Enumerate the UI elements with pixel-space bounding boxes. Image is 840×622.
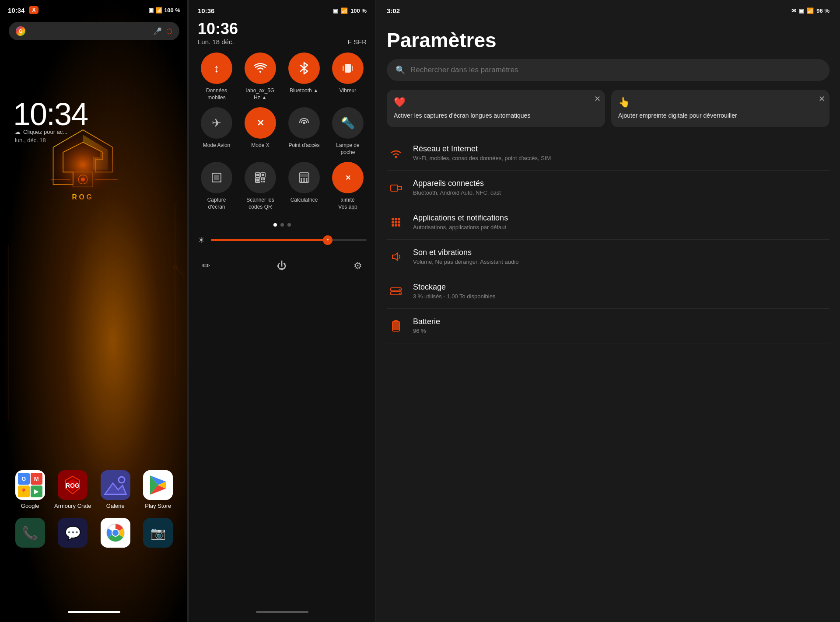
settings-network[interactable]: Réseau et Internet Wi-Fi, mobiles, conso… [387, 136, 830, 171]
svg-point-55 [392, 218, 394, 220]
suggestion-fingerprint-close[interactable]: ✕ [819, 94, 825, 104]
home-date: lun., déc. 18 [15, 137, 88, 143]
qs-page-dots [189, 220, 375, 235]
chrome-icon[interactable] [101, 518, 130, 548]
qs-hotspot-btn[interactable] [288, 107, 320, 139]
qs-tile-screenshot[interactable]: Captured'écran [198, 162, 235, 210]
storage-text: Stockage 3 % utilisés - 1,00 To disponib… [413, 283, 830, 300]
settings-signal-icon: 📶 [807, 7, 814, 14]
settings-status-bar: 3:02 ✉ ▣ 📶 96 % [376, 0, 840, 18]
svg-point-31 [303, 122, 305, 124]
brightness-thumb[interactable] [323, 235, 332, 245]
edit-icon[interactable]: ✏ [202, 260, 210, 272]
home-clock-status: 10:34 [8, 7, 24, 14]
qs-bt-btn[interactable] [288, 52, 320, 84]
apps-title: Applications et notifications [413, 213, 830, 223]
qs-modex-label: Mode X [251, 142, 269, 149]
galerie-icon[interactable] [101, 470, 130, 500]
qs-qr-btn[interactable] [245, 162, 276, 193]
svg-rect-41 [263, 178, 265, 180]
home-search-bar[interactable]: G 🎤 ⬡ [9, 22, 179, 40]
settings-search-input[interactable] [410, 66, 821, 74]
app-cam[interactable]: 📷 [138, 518, 178, 548]
svg-point-48 [306, 178, 308, 180]
qs-torch-label: Lampe depoche [336, 142, 359, 156]
app-chrome[interactable] [96, 518, 135, 548]
network-text: Réseau et Internet Wi-Fi, mobiles, conso… [413, 144, 830, 161]
battery-status: 100 % [164, 7, 180, 14]
phone-icon[interactable]: 📞 [15, 518, 45, 548]
qs-tile-hotspot[interactable]: Point d'accès [285, 107, 323, 156]
google-icon[interactable]: GM 📍▶ [15, 470, 45, 500]
qs-tile-calc[interactable]: Calculatrice [285, 162, 323, 210]
quick-settings-panel: 10:36 ▣ 📶 100 % 10:36 Lun. 18 déc. F SFR… [188, 0, 376, 622]
qs-tile-modex[interactable]: ✕ Mode X [242, 107, 279, 156]
sun-icon: ☀ [198, 235, 205, 245]
app-armoury[interactable]: ROG Armoury Crate [53, 470, 92, 509]
settings-apps[interactable]: Applications et notifications Autorisati… [387, 205, 830, 240]
battery-subtitle: 96 % [413, 328, 830, 334]
settings-icon[interactable]: ⚙ [354, 260, 362, 272]
settings-suggestions: ✕ ❤️ Activer les captures d'écran longue… [376, 90, 840, 136]
devices-text: Appareils connectés Bluetooth, Android A… [413, 179, 830, 196]
app-playstore[interactable]: Play Store [138, 470, 178, 509]
armoury-label: Armoury Crate [54, 503, 91, 509]
svg-rect-40 [261, 178, 262, 180]
settings-devices[interactable]: Appareils connectés Bluetooth, Android A… [387, 171, 830, 205]
playstore-icon[interactable] [143, 470, 173, 500]
chat-icon[interactable]: 💬 [58, 518, 88, 548]
svg-rect-37 [262, 174, 264, 176]
settings-storage[interactable]: Stockage 3 % utilisés - 1,00 To disponib… [387, 274, 830, 309]
settings-sound[interactable]: Son et vibrations Volume, Ne pas dérange… [387, 240, 830, 274]
x-badge: X [29, 6, 38, 14]
qs-airplane-btn[interactable]: ✈ [201, 107, 232, 139]
home-nav-bar [68, 611, 120, 613]
mic-icon[interactable]: 🎤 [153, 27, 162, 35]
svg-point-63 [398, 224, 400, 227]
svg-point-27 [259, 71, 261, 73]
qs-tile-qr[interactable]: Scanner lescodes QR [242, 162, 279, 210]
qs-tile-torch[interactable]: 🔦 Lampe depoche [329, 107, 367, 156]
app-google[interactable]: GM 📍▶ Google [10, 470, 50, 509]
battery-title: Batterie [413, 317, 830, 326]
qs-vibrate-btn[interactable] [332, 52, 364, 84]
sim-icon: ▣ [148, 7, 154, 14]
settings-search-bar[interactable]: 🔍 [387, 59, 830, 81]
qs-tile-airplane[interactable]: ✈ Mode Avion [198, 107, 235, 156]
svg-point-52 [395, 156, 397, 158]
storage-title: Stockage [413, 283, 830, 292]
app-phone[interactable]: 📞 [10, 518, 50, 548]
qs-data-label: Donnéesmobiles [206, 87, 227, 101]
qs-tile-data[interactable]: ↕ Donnéesmobiles [198, 52, 235, 101]
lens-icon[interactable]: ⬡ [166, 27, 172, 35]
qs-sim-icon: ▣ [333, 7, 338, 14]
settings-panel: 3:02 ✉ ▣ 📶 96 % Paramètres 🔍 ✕ ❤️ Active… [376, 0, 840, 622]
brightness-track[interactable] [211, 239, 367, 241]
settings-battery[interactable]: Batterie 96 % [387, 309, 830, 343]
svg-rect-54 [398, 186, 402, 190]
qs-carrier: F SFR [348, 38, 367, 45]
qs-tile-bt[interactable]: Bluetooth ▲ [285, 52, 323, 101]
weather-icon: ☁ [15, 129, 21, 135]
app-chat[interactable]: 💬 [53, 518, 92, 548]
qs-calc-btn[interactable] [288, 162, 320, 193]
app-galerie[interactable]: Galerie [96, 470, 135, 509]
suggestion-screenshot-close[interactable]: ✕ [594, 94, 601, 104]
qs-modex-btn[interactable]: ✕ [245, 107, 276, 139]
svg-point-57 [398, 218, 400, 220]
qs-tile-wifi[interactable]: labo_ax_5GHz ▲ [242, 52, 279, 101]
qs-wifi-btn[interactable] [245, 52, 276, 84]
power-icon[interactable]: ⏻ [277, 260, 287, 272]
qs-torch-btn[interactable]: 🔦 [332, 107, 364, 139]
svg-rect-70 [394, 320, 398, 322]
qs-tile-proximity[interactable]: ✕ ximitéVos app [329, 162, 367, 210]
qs-tile-vibrate[interactable]: Vibreur [329, 52, 367, 101]
cam-icon[interactable]: 📷 [143, 518, 173, 548]
qs-data-btn[interactable]: ↕ [201, 52, 232, 84]
qs-proximity-btn[interactable]: ✕ [332, 162, 364, 193]
qs-screenshot-btn[interactable] [201, 162, 232, 193]
armoury-icon[interactable]: ROG [58, 470, 88, 500]
devices-title: Appareils connectés [413, 179, 830, 188]
svg-point-47 [303, 178, 305, 180]
settings-title: Paramètres [376, 18, 840, 59]
